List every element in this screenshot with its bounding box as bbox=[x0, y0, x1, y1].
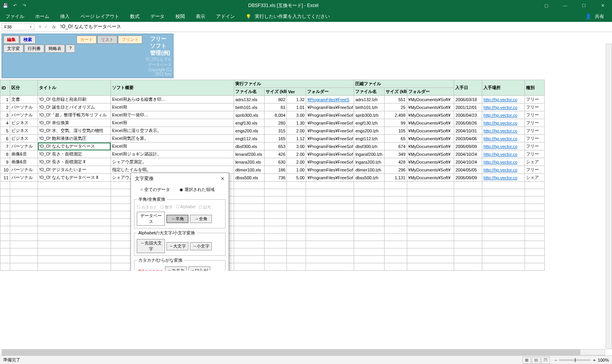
data-grid[interactable]: ID 区分 タイトル ソフト概要 実行ファイル 圧縮ファイル 入手日 入手場所 … bbox=[0, 80, 545, 271]
table-row-empty[interactable] bbox=[0, 248, 545, 256]
accept-formula-icon[interactable]: ✓ bbox=[44, 24, 48, 29]
tab-data[interactable]: データ bbox=[148, 12, 167, 21]
cancel-formula-icon[interactable]: ✕ bbox=[38, 24, 42, 29]
radio-all[interactable]: ○ 全てのデータ bbox=[140, 187, 170, 193]
hdr-zsz[interactable]: サイズ (kB) bbox=[385, 88, 407, 96]
source-link[interactable]: http://hp.vector.co bbox=[483, 113, 517, 118]
tab-home[interactable]: ホーム bbox=[33, 12, 52, 21]
table-row[interactable]: 7パーソナル!O_O! なんでもデータベースExcel用dbsf300.xls6… bbox=[0, 143, 545, 150]
source-link[interactable]: http://hp.vector.co bbox=[483, 121, 517, 125]
hdr-fld[interactable]: フォルダー bbox=[306, 88, 354, 96]
hdr-zip[interactable]: 圧縮ファイル bbox=[354, 80, 454, 88]
table-row-empty[interactable] bbox=[0, 234, 545, 241]
tab-formula[interactable]: 数式 bbox=[128, 12, 142, 21]
hdr-zfld[interactable]: フォルダー bbox=[407, 88, 454, 96]
hdr-id[interactable]: ID bbox=[0, 80, 10, 96]
hdr-desc[interactable]: ソフト概要 bbox=[111, 80, 234, 96]
to-hiragana-button[interactable]: →ひらがな bbox=[188, 266, 210, 271]
tab-view[interactable]: 表示 bbox=[193, 12, 208, 21]
search-button[interactable]: 検索 bbox=[20, 36, 36, 44]
gyoban-button[interactable]: 行列番 bbox=[24, 45, 44, 53]
hdr-url[interactable]: 入手場所 bbox=[482, 80, 525, 96]
table-row-empty[interactable] bbox=[0, 219, 545, 226]
table-row[interactable]: 2パーソナル!O_O! 誕生日とバイオリズムExcel用birth101.xls… bbox=[0, 103, 545, 111]
table-row-empty[interactable] bbox=[0, 211, 545, 219]
print-button[interactable]: プリント bbox=[118, 36, 142, 44]
hdr-sz[interactable]: サイズ (kB) bbox=[264, 88, 286, 96]
tab-addin[interactable]: アドイン bbox=[214, 12, 237, 21]
maximize-icon[interactable]: ☐ bbox=[576, 0, 592, 11]
cb-digit[interactable]: ☐ 数字 bbox=[160, 205, 173, 210]
table-row-empty[interactable] bbox=[0, 226, 545, 234]
hdr-zfn[interactable]: ファイル名 bbox=[354, 88, 385, 96]
to-capitalize-button[interactable]: →先頭大文字 bbox=[137, 239, 165, 253]
close-icon[interactable]: ✕ bbox=[595, 0, 610, 11]
source-link[interactable]: http://hp.vector.co bbox=[483, 136, 517, 141]
minimize-icon[interactable]: — bbox=[557, 0, 573, 11]
tab-file[interactable]: ファイル bbox=[3, 12, 27, 21]
table-row-empty[interactable] bbox=[0, 189, 545, 196]
table-row[interactable]: 1文書!O_O! 住所録と宛名印刷Excel用あらゆる縦書き印…adrs132.… bbox=[0, 96, 545, 103]
cb-alphabet[interactable]: ☐ Alphabet bbox=[176, 205, 196, 210]
edit-button[interactable]: 編集 bbox=[4, 36, 19, 44]
hdr-fn[interactable]: ファイル名 bbox=[234, 88, 265, 96]
kanryaku-button[interactable]: 簡略表 bbox=[45, 45, 65, 53]
hdr-kind[interactable]: 種別 bbox=[524, 80, 544, 96]
table-row[interactable]: 4ビジネス!O_O! 単位換算Excel用engf130.xls2801.30¥… bbox=[0, 119, 545, 127]
hdr-date[interactable]: 入手日 bbox=[454, 80, 482, 96]
chevron-down-icon[interactable]: ▾ bbox=[30, 25, 32, 29]
table-row[interactable]: 9画像&音!O_O! 長さ・面積測定 Ⅱシェアウ度測定。lenara200.xl… bbox=[0, 158, 545, 166]
to-katakana-button[interactable]: →カタカナ bbox=[165, 266, 187, 271]
table-row[interactable]: 11パーソナル!O_O! なんでもデータベース Ⅱシェアウ。dbss500.xl… bbox=[0, 174, 545, 182]
fx-icon[interactable]: fx bbox=[50, 25, 58, 29]
list-button[interactable]: リスト bbox=[97, 36, 117, 44]
save-icon[interactable]: 💾 bbox=[2, 2, 9, 9]
table-row-empty[interactable] bbox=[0, 263, 545, 271]
table-row[interactable]: 8画像&音!O_O! 長さ・面積測定Excel用ジョギン築設計。lenaraf2… bbox=[0, 150, 545, 158]
source-link[interactable]: http://hp.vector.co bbox=[483, 160, 517, 164]
ribbon-options-icon[interactable]: ▢ bbox=[539, 0, 554, 11]
table-row[interactable]: 10パーソナル!O_O! デジタルたいまー指定したイルを唄。dtimer100.… bbox=[0, 166, 545, 174]
tab-layout[interactable]: ページ レイアウト bbox=[78, 12, 122, 21]
source-link[interactable]: http://hp.vector.co bbox=[483, 105, 517, 110]
cb-symbol[interactable]: ☐ 記号 bbox=[199, 205, 211, 210]
table-row-empty[interactable] bbox=[0, 182, 545, 189]
source-link[interactable]: http://hp.vector.co bbox=[483, 144, 517, 149]
to-zenkaku-button[interactable]: →全角 bbox=[190, 215, 212, 223]
to-hankaku-button[interactable]: →半角 bbox=[166, 215, 188, 223]
radio-selected[interactable]: ◉ 選択された領域 bbox=[179, 187, 215, 193]
table-row-empty[interactable] bbox=[0, 241, 545, 248]
source-link[interactable]: http://hp.vector.co bbox=[483, 175, 517, 180]
table-row[interactable]: 5ビジネス!O_O! 水、空気、湿り空気の物性Excel用に湿り空フ表示。eng… bbox=[0, 127, 545, 135]
tab-review[interactable]: 校閲 bbox=[173, 12, 187, 21]
undo-icon[interactable]: ↶ bbox=[11, 2, 19, 9]
dialog-close-icon[interactable]: ✕ bbox=[220, 176, 225, 182]
tell-me[interactable]: 💡 実行したい作業を入力してください bbox=[243, 12, 335, 21]
table-row[interactable]: 3パーソナル!O_O!「超」整理手帳万年リフィルExcel用で一発印…spnb3… bbox=[0, 111, 545, 119]
to-lower-button[interactable]: →小文字 bbox=[190, 242, 212, 250]
to-upper-button[interactable]: →大文字 bbox=[166, 242, 188, 250]
redo-icon[interactable]: ↷ bbox=[20, 2, 28, 9]
source-link[interactable]: http://hp.vector.co bbox=[483, 168, 517, 172]
tab-insert[interactable]: 挿入 bbox=[58, 12, 72, 21]
source-link[interactable]: http://hp.vector.co bbox=[483, 152, 517, 157]
hdr-exec[interactable]: 実行ファイル bbox=[234, 80, 354, 88]
hdr-ver[interactable]: Ver bbox=[287, 88, 306, 96]
hdr-cat[interactable]: 区分 bbox=[10, 80, 38, 96]
source-link[interactable]: http://hp.vector.co bbox=[483, 97, 517, 102]
card-button[interactable]: カード bbox=[77, 36, 97, 44]
help-button[interactable]: ? bbox=[66, 45, 75, 53]
mojihen-button[interactable]: 文字変 bbox=[4, 45, 23, 53]
name-box[interactable]: F38▾ bbox=[2, 23, 34, 30]
share-button[interactable]: 👤 共有 bbox=[583, 12, 609, 21]
table-row-empty[interactable] bbox=[0, 204, 545, 211]
cb-katakana[interactable]: ☐ カタカナ bbox=[137, 205, 157, 210]
table-row-empty[interactable] bbox=[0, 256, 545, 263]
table-row[interactable]: 6ビジネス!O_O! 飽和液体の蒸気圧Excel用気圧を算。engt112.xl… bbox=[0, 135, 545, 143]
formula-content[interactable]: !O_O! なんでもデータベース bbox=[58, 23, 612, 30]
sample-text[interactable]: データベース bbox=[137, 212, 165, 226]
source-link[interactable]: http://hp.vector.co bbox=[483, 128, 517, 133]
table-row-empty[interactable] bbox=[0, 196, 545, 204]
folder-link[interactable]: ¥ProgramFiles¥FreeS bbox=[307, 97, 349, 102]
hdr-title[interactable]: タイトル bbox=[38, 80, 111, 96]
